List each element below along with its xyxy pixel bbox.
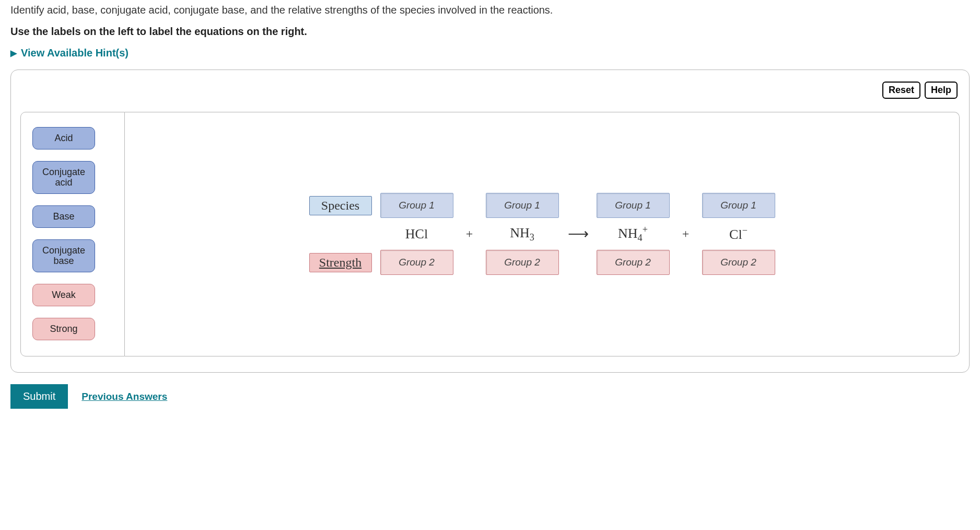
- label-strong[interactable]: Strong: [32, 318, 95, 340]
- label-acid[interactable]: Acid: [32, 127, 95, 149]
- label-conjugate-acid[interactable]: Conjugate acid: [32, 161, 95, 194]
- hints-label: View Available Hint(s): [21, 47, 129, 59]
- strength-slot-4[interactable]: Group 2: [702, 250, 775, 275]
- species-slot-4[interactable]: Group 1: [702, 193, 775, 218]
- labels-panel: Acid Conjugate acid Base Conjugate base …: [20, 112, 125, 356]
- equation-panel: Species Group 1 Group 1 Group 1 Group 1 …: [125, 112, 960, 356]
- label-weak[interactable]: Weak: [32, 284, 95, 306]
- caret-right-icon: ▶: [10, 48, 17, 58]
- strength-slot-1[interactable]: Group 2: [380, 250, 453, 275]
- species-slot-2[interactable]: Group 1: [486, 193, 559, 218]
- row-header-strength: Strength: [309, 253, 372, 272]
- species-hcl: HCl: [380, 226, 453, 242]
- species-nh3: NH3: [486, 225, 559, 243]
- view-hints-toggle[interactable]: ▶ View Available Hint(s): [10, 47, 129, 59]
- strength-slot-3[interactable]: Group 2: [597, 250, 670, 275]
- species-clminus: Cl−: [702, 225, 775, 243]
- strength-slot-2[interactable]: Group 2: [486, 250, 559, 275]
- instruction-text: Use the labels on the left to label the …: [10, 26, 970, 38]
- label-base[interactable]: Base: [32, 205, 95, 228]
- plus-2: +: [678, 227, 694, 241]
- help-button[interactable]: Help: [925, 82, 958, 99]
- plus-1: +: [462, 227, 477, 241]
- previous-answers-link[interactable]: Previous Answers: [81, 391, 167, 402]
- species-slot-1[interactable]: Group 1: [380, 193, 453, 218]
- reset-button[interactable]: Reset: [882, 82, 920, 99]
- reaction-arrow-icon: ⟶: [567, 225, 588, 243]
- submit-button[interactable]: Submit: [10, 384, 68, 409]
- row-header-species: Species: [309, 196, 372, 215]
- species-slot-3[interactable]: Group 1: [597, 193, 670, 218]
- species-nh4plus: NH4+: [597, 224, 670, 244]
- intro-text: Identify acid, base, conjugate acid, con…: [10, 4, 970, 16]
- label-conjugate-base[interactable]: Conjugate base: [32, 239, 95, 272]
- workspace: Reset Help Acid Conjugate acid Base Conj…: [10, 70, 970, 373]
